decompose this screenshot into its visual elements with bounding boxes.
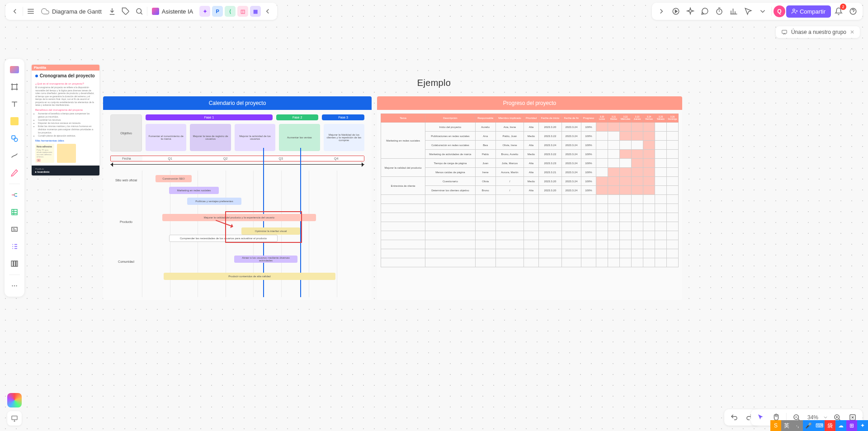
example-title: Ejemplo — [417, 78, 451, 88]
ai-logo-icon — [152, 8, 159, 15]
chart-button[interactable] — [727, 5, 741, 18]
mindmap-tool[interactable] — [7, 188, 22, 202]
progress-panel[interactable]: Progreso del proyecto TemaDescripciónRes… — [377, 96, 682, 300]
integration-3[interactable]: ⟨ — [225, 6, 236, 17]
library-tool[interactable] — [7, 256, 22, 271]
phase-header: Fase 1 — [146, 114, 273, 120]
integration-4[interactable]: ◫ — [237, 6, 248, 17]
svg-point-14 — [14, 285, 15, 286]
search-button[interactable] — [132, 5, 146, 18]
connector-tool[interactable] — [7, 148, 22, 163]
timer-button[interactable] — [712, 5, 726, 18]
integration-1[interactable]: ✦ — [199, 6, 210, 17]
svg-point-13 — [12, 285, 13, 286]
list-tool[interactable] — [7, 239, 22, 254]
highlight-box — [225, 211, 302, 243]
objective-cell: Objetivo — [110, 114, 142, 152]
integration-2[interactable]: P — [212, 6, 223, 17]
user-avatar[interactable]: Q — [774, 5, 785, 17]
ai-assistant-button[interactable]: Asistente IA — [148, 6, 197, 17]
timeline-bar[interactable]: Atraer a los usuarios mediante diversas … — [234, 256, 297, 263]
phase-header: Fase 2 — [276, 114, 319, 120]
back-button[interactable] — [8, 5, 22, 18]
ime-item[interactable]: ☁ — [835, 420, 846, 431]
svg-rect-5 — [12, 85, 17, 90]
ime-item[interactable]: 🎤 — [803, 420, 814, 431]
table-row: Marketing de actividades de marcaPabloBr… — [381, 150, 679, 159]
table-row: Determinar los clientes objetivoBruno/Al… — [381, 186, 679, 195]
menu-button[interactable] — [24, 5, 38, 18]
document-title[interactable]: Diagrama de Gantt — [38, 7, 105, 15]
template-footer: Plantilla de ▸ boardmix — [32, 166, 99, 175]
calendar-panel[interactable]: Calendario del proyecto Objetivo Fase 1F… — [103, 96, 372, 300]
join-group-pill[interactable]: Únase a nuestro grupo ✕ — [776, 26, 860, 38]
pen-tool[interactable] — [7, 166, 22, 180]
notifications-button[interactable]: 2 — [832, 5, 845, 18]
timeline-section-label: Comunidad — [110, 260, 142, 263]
svg-rect-11 — [14, 261, 16, 266]
svg-point-0 — [137, 9, 142, 14]
progress-title: Progreso del proyecto — [377, 96, 682, 110]
close-icon[interactable]: ✕ — [850, 29, 854, 35]
table-row: Colaboración en redes socialesBeaOlivia,… — [381, 141, 679, 150]
calendar-title: Calendario del proyecto — [103, 96, 372, 110]
svg-point-7 — [14, 138, 18, 142]
shape-tool[interactable] — [7, 131, 22, 146]
share-button[interactable]: Compartir — [786, 5, 831, 18]
cursor-button[interactable] — [741, 5, 755, 18]
text-tool[interactable] — [7, 97, 22, 111]
table-row — [381, 231, 679, 240]
phase-card: Mejorar la fidelidad de los clientes y l… — [324, 124, 364, 151]
ime-item[interactable]: ·, — [792, 420, 803, 431]
svg-rect-4 — [782, 30, 787, 33]
chevron-down-icon[interactable] — [823, 415, 828, 420]
ime-item[interactable]: ⌨ — [814, 420, 825, 431]
table-row — [381, 213, 679, 222]
timeline-bar[interactable]: Producir contenidos de alta calidad — [164, 273, 335, 280]
more-tools[interactable] — [7, 279, 22, 293]
zoom-value[interactable]: 34% — [806, 414, 820, 421]
table-row: Publicaciones en redes socialesAnaPablo,… — [381, 132, 679, 141]
undo-button[interactable] — [728, 411, 741, 424]
ime-item[interactable]: 袋 — [825, 420, 835, 431]
chat-icon — [781, 29, 788, 35]
ime-taskbar: S英·,🎤⌨袋☁⊞✦ — [770, 420, 868, 431]
timeline-bar[interactable]: Marketing en redes sociales — [169, 187, 219, 194]
color-wheel-tool[interactable] — [7, 393, 22, 407]
template-header: Plantilla — [32, 65, 99, 71]
phase-card: Aumentar las ventas — [279, 124, 320, 151]
ime-item[interactable]: 英 — [781, 420, 792, 431]
table-row: Marketing en redes socialesInicio del pr… — [381, 123, 679, 132]
ime-item[interactable]: S — [770, 420, 781, 431]
sparkle-button[interactable] — [684, 5, 697, 18]
table-row — [381, 195, 679, 204]
textbox-tool[interactable] — [7, 222, 22, 237]
comment-button[interactable] — [698, 5, 712, 18]
play-button[interactable] — [669, 5, 683, 18]
timeline-bar[interactable]: Políticas y ventajas preferentes — [187, 198, 241, 205]
ime-item[interactable]: ✦ — [857, 420, 868, 431]
frame-tool[interactable] — [7, 80, 22, 94]
sticky-tool[interactable] — [7, 114, 22, 128]
templates-tool[interactable] — [7, 62, 22, 77]
select-tool[interactable] — [755, 411, 767, 424]
forward-icon[interactable] — [655, 5, 668, 18]
timeline-bar[interactable]: Construcción SEO — [156, 175, 192, 182]
phase-header: Fase 3 — [322, 114, 364, 120]
integration-5[interactable]: ▦ — [250, 6, 261, 17]
tag-button[interactable] — [119, 5, 132, 18]
table-row — [381, 249, 679, 258]
presentation-button[interactable] — [7, 411, 22, 426]
help-button[interactable] — [846, 5, 860, 18]
progress-table: TemaDescripciónResponsableMiembro implic… — [381, 114, 679, 267]
template-card[interactable]: Plantilla Cronograma del proyecto ¿Qué e… — [32, 65, 99, 175]
more-dropdown[interactable] — [756, 5, 769, 18]
left-toolbar — [5, 59, 24, 297]
download-button[interactable] — [105, 5, 119, 18]
template-title: Cronograma del proyecto — [40, 73, 95, 79]
table-row — [381, 204, 679, 213]
ime-item[interactable]: ⊞ — [846, 420, 857, 431]
table-tool[interactable] — [7, 205, 22, 219]
template-benefits-label: Beneficios del cronograma del proyecto — [35, 109, 96, 111]
integrations-prev[interactable] — [261, 5, 274, 18]
